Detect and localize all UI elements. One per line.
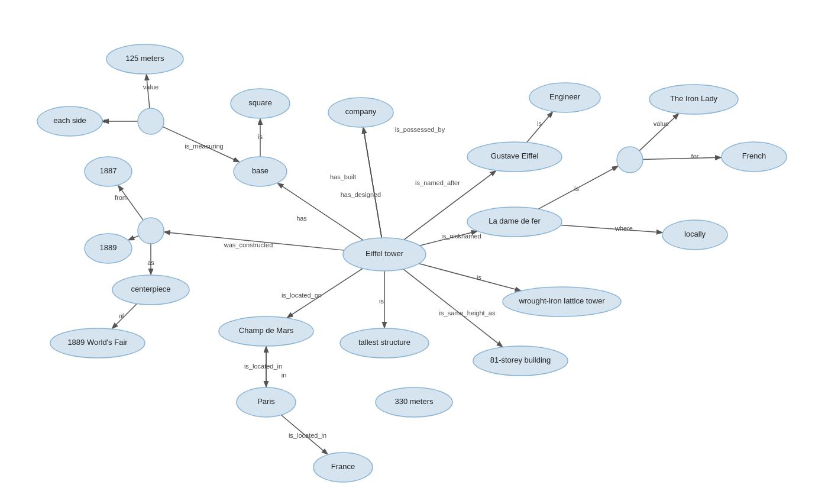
knowledge-graph: has_builthas_designedhaswas_constructedi… — [0, 0, 828, 504]
svg-text:in: in — [282, 371, 287, 379]
svg-text:is: is — [477, 274, 481, 281]
svg-text:for: for — [691, 153, 699, 160]
svg-text:base: base — [252, 166, 269, 175]
svg-line-12 — [419, 264, 520, 291]
svg-text:is: is — [574, 185, 579, 192]
svg-line-48 — [643, 157, 720, 159]
svg-line-30 — [119, 186, 144, 220]
svg-text:is_possessed_by: is_possessed_by — [395, 126, 445, 133]
svg-line-52 — [561, 225, 662, 232]
svg-text:France: France — [331, 462, 355, 471]
svg-line-44 — [527, 112, 552, 143]
svg-text:centerpiece: centerpiece — [131, 285, 170, 293]
svg-line-24 — [147, 75, 150, 108]
svg-text:from: from — [115, 194, 128, 201]
svg-text:1889: 1889 — [100, 243, 117, 252]
svg-text:125 meters: 125 meters — [125, 54, 164, 63]
svg-text:is: is — [379, 298, 384, 305]
svg-text:The Iron Lady: The Iron Lady — [670, 94, 718, 103]
svg-text:Eiffel tower: Eiffel tower — [366, 249, 404, 258]
svg-point-96 — [617, 147, 643, 173]
svg-text:La dame de fer: La dame de fer — [489, 217, 541, 225]
svg-text:locally: locally — [684, 230, 706, 238]
svg-text:is_located_in: is_located_in — [244, 363, 282, 370]
svg-text:is_located_on: is_located_on — [282, 292, 322, 299]
svg-text:1889 World's Fair: 1889 World's Fair — [67, 338, 128, 347]
svg-line-20 — [363, 128, 381, 238]
svg-text:has: has — [296, 215, 307, 222]
svg-text:is_measuring: is_measuring — [185, 143, 223, 150]
svg-text:is: is — [537, 120, 542, 127]
svg-text:company: company — [345, 107, 377, 116]
svg-text:French: French — [742, 151, 766, 160]
svg-text:Engineer: Engineer — [549, 92, 581, 101]
svg-text:each side: each side — [53, 116, 86, 125]
svg-text:is_named_after: is_named_after — [415, 179, 460, 186]
svg-text:Champ de Mars: Champ de Mars — [239, 326, 294, 335]
svg-text:330 meters: 330 meters — [394, 397, 434, 406]
svg-text:Gustave Eiffel: Gustave Eiffel — [491, 151, 539, 160]
svg-point-67 — [138, 218, 164, 244]
svg-text:has_built: has_built — [330, 173, 356, 180]
svg-text:of: of — [118, 312, 124, 319]
svg-text:Paris: Paris — [257, 397, 275, 406]
svg-text:as: as — [147, 259, 154, 266]
svg-line-36 — [112, 303, 137, 328]
svg-text:1887: 1887 — [100, 166, 117, 175]
svg-line-32 — [129, 235, 139, 240]
svg-text:square: square — [248, 98, 272, 107]
svg-text:value: value — [654, 120, 669, 127]
svg-text:is: is — [258, 133, 263, 140]
svg-text:81-storey building: 81-storey building — [490, 356, 551, 364]
svg-text:was_constructed: was_constructed — [224, 241, 273, 248]
svg-text:wrought-iron lattice tower: wrought-iron lattice tower — [518, 296, 605, 305]
svg-text:is_located_in: is_located_in — [289, 432, 326, 439]
svg-text:is_nicknamed: is_nicknamed — [441, 232, 481, 240]
svg-point-62 — [138, 108, 164, 134]
svg-text:value: value — [143, 83, 159, 91]
svg-text:is_same_height_as: is_same_height_as — [439, 309, 496, 316]
svg-text:tallest structure: tallest structure — [358, 338, 410, 347]
svg-text:where: where — [614, 225, 633, 232]
